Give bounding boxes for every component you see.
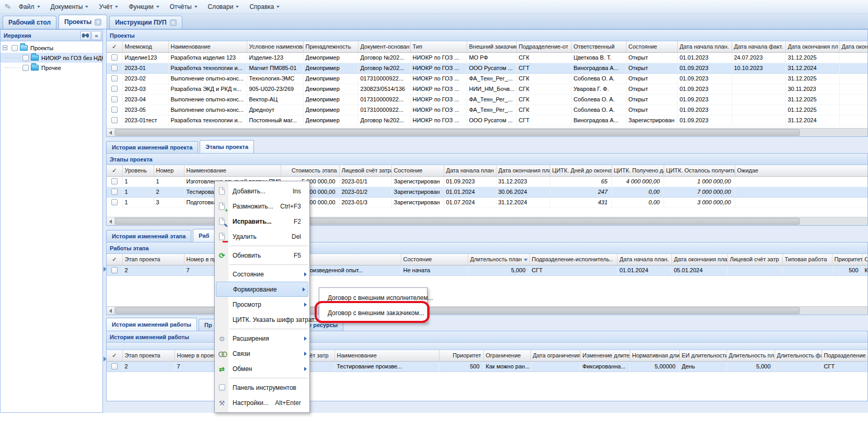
column-header[interactable]: Ограничение xyxy=(862,254,867,265)
column-header[interactable]: Типовая работа xyxy=(782,254,832,265)
tree-item[interactable]: Прочее xyxy=(1,63,102,73)
table-row[interactable]: 2023-03Разработка ЭКД и РКД н...905-U020… xyxy=(107,84,867,94)
column-header[interactable]: ✓ xyxy=(107,165,122,176)
column-header[interactable]: Наименование xyxy=(334,350,439,361)
tree-checkbox[interactable] xyxy=(11,45,18,51)
menubar-item[interactable]: Отчёты xyxy=(165,1,203,13)
column-header[interactable]: Дата начала факт. xyxy=(732,41,785,52)
column-header[interactable]: Ограничение xyxy=(483,350,530,361)
column-header[interactable]: Этап проекта xyxy=(122,254,184,265)
column-header[interactable]: ✓ xyxy=(107,41,122,52)
column-header[interactable]: ЦИТК. Осталось получить д/с xyxy=(664,165,735,176)
row-checkbox[interactable] xyxy=(111,267,118,273)
context-menu-item[interactable]: ▬УдалитьDel xyxy=(215,229,309,244)
column-header[interactable]: Длительность пла xyxy=(726,350,774,361)
column-header[interactable]: Дата окончания пл xyxy=(785,41,839,52)
context-menu-item[interactable]: +Размножить...Ctrl+F3 xyxy=(215,199,309,214)
row-checkbox[interactable] xyxy=(111,117,118,123)
projects-hscrollbar[interactable] xyxy=(107,128,867,136)
scroll-left-button[interactable] xyxy=(107,129,115,136)
column-header[interactable]: Лицевой счёт затр xyxy=(727,254,782,265)
column-header[interactable]: ЦИТК. Дней до окончания xyxy=(550,165,611,176)
tab[interactable]: Этапы проекта xyxy=(200,140,254,153)
tab-close-icon[interactable]: ✕ xyxy=(170,19,177,26)
context-menu-item[interactable]: ⚙Расширения xyxy=(215,331,309,346)
menubar-item[interactable]: Документы xyxy=(45,1,94,13)
row-checkbox[interactable] xyxy=(111,189,118,195)
tree-checkbox[interactable] xyxy=(22,55,29,61)
tree-expander-icon[interactable] xyxy=(3,45,7,50)
row-checkbox[interactable] xyxy=(111,75,118,82)
tab[interactable]: История изменений проекта xyxy=(106,141,198,153)
column-header[interactable]: Принадлежность xyxy=(303,41,358,52)
tab[interactable]: Проекты✕ xyxy=(59,15,107,29)
menubar-item[interactable]: Файл xyxy=(14,1,45,13)
column-header[interactable]: Дата окончания план xyxy=(672,254,727,265)
tab[interactable]: История изменений этапа xyxy=(106,230,191,242)
context-menu-item[interactable]: Добавить...Ins xyxy=(215,183,309,199)
tab[interactable]: История изменений работы xyxy=(106,318,197,331)
column-header[interactable]: ✓ xyxy=(107,254,122,265)
column-header[interactable]: ЕИ длительности xyxy=(679,350,726,361)
splitter-expand-icon[interactable] xyxy=(103,267,107,272)
column-header[interactable]: ✓ xyxy=(107,350,122,361)
column-header[interactable]: Ожидае xyxy=(735,165,867,176)
context-menu-item[interactable]: ЦИТК. Указать шифр затрат... xyxy=(215,312,309,327)
table-row[interactable]: 2023-01Разработка технологии и...Магнит … xyxy=(107,63,867,73)
submenu-item[interactable]: Договор с внешним исполнителем... xyxy=(319,290,427,305)
menubar-item[interactable]: Учёт xyxy=(94,1,123,13)
column-header[interactable]: Состояние xyxy=(401,254,468,265)
menubar-item[interactable]: Словари xyxy=(203,1,245,13)
context-menu-item[interactable]: Связи xyxy=(215,346,309,361)
context-menu-item[interactable]: ⟳ОбновитьF5 xyxy=(215,248,309,263)
column-header[interactable]: Мнемокод xyxy=(122,41,168,52)
row-checkbox[interactable] xyxy=(111,54,118,61)
column-header[interactable]: Длительность фак xyxy=(774,350,821,361)
table-row[interactable]: Изделие123Разработка изделия 123Изделие-… xyxy=(107,52,867,63)
scrollbar-thumb[interactable] xyxy=(115,129,800,136)
context-menu-item[interactable]: Просмотр xyxy=(215,297,309,312)
context-menu-item[interactable]: ⇄Обмен xyxy=(215,361,309,376)
column-header[interactable]: Состояние xyxy=(391,165,444,176)
column-header[interactable]: Лицевой счёт затрат. xyxy=(339,165,391,176)
tab[interactable]: Рабочий стол xyxy=(3,16,56,29)
table-row[interactable]: 2023-05Выполнение опытно-конс...Дредноут… xyxy=(107,105,867,115)
search-button[interactable] xyxy=(80,31,90,40)
column-header[interactable]: Дата начала план. xyxy=(617,254,672,265)
column-header[interactable]: Длительность план xyxy=(468,254,529,265)
table-row[interactable]: 2023-02Выполнение опытно-конс...Технолог… xyxy=(107,73,867,84)
context-menu-item[interactable]: ⚒Настройки...Alt+Enter xyxy=(215,395,309,410)
menubar-item[interactable]: Функции xyxy=(123,1,164,13)
column-header[interactable]: Подразделение-исполнитель.. xyxy=(529,254,617,265)
submenu-item[interactable]: Договор с внешним заказчиком... xyxy=(319,305,427,320)
column-header[interactable]: Внешний заказчик xyxy=(467,41,516,52)
column-header[interactable]: Дата окончания план xyxy=(496,165,550,176)
table-row[interactable]: 2023-01тестРазработка технологии и...Пос… xyxy=(107,115,867,125)
column-header[interactable]: Номер xyxy=(154,165,184,176)
column-header[interactable]: Приоритет xyxy=(439,350,483,361)
column-header[interactable]: Стоимость этапа xyxy=(281,165,339,176)
column-header[interactable]: Документ-основан xyxy=(358,41,410,52)
column-header[interactable]: Приоритет xyxy=(832,254,862,265)
column-header[interactable]: Этап проекта xyxy=(122,350,175,361)
column-header[interactable]: Дата ограничения xyxy=(530,350,580,361)
column-header[interactable]: Подразделение xyxy=(821,350,867,361)
column-header[interactable]: Дата начала план xyxy=(444,165,496,176)
tab[interactable]: Инструкции ПУП✕ xyxy=(109,16,182,29)
row-checkbox[interactable] xyxy=(111,107,118,113)
column-header[interactable]: Подразделение-от xyxy=(516,41,571,52)
context-menu-item[interactable]: Формирование xyxy=(216,282,308,297)
tree-item[interactable]: НИОКР по ГОЗ без НДС xyxy=(1,53,102,63)
column-header[interactable]: Наименование xyxy=(184,165,281,176)
column-header[interactable]: Дата окончани xyxy=(839,41,867,52)
menubar-item[interactable]: Справка xyxy=(244,1,285,13)
column-header[interactable]: Ответственный xyxy=(571,41,626,52)
scroll-left-button[interactable] xyxy=(107,307,115,315)
splitter-expand-icon[interactable] xyxy=(103,356,107,362)
row-checkbox[interactable] xyxy=(111,86,118,92)
context-menu-item[interactable]: Панель инструментов xyxy=(215,380,309,395)
column-header[interactable]: Изменение длител xyxy=(580,350,630,361)
row-checkbox[interactable] xyxy=(111,178,118,184)
column-header[interactable]: Уровень xyxy=(122,165,154,176)
collapse-sidebar-button[interactable]: « xyxy=(91,31,101,40)
